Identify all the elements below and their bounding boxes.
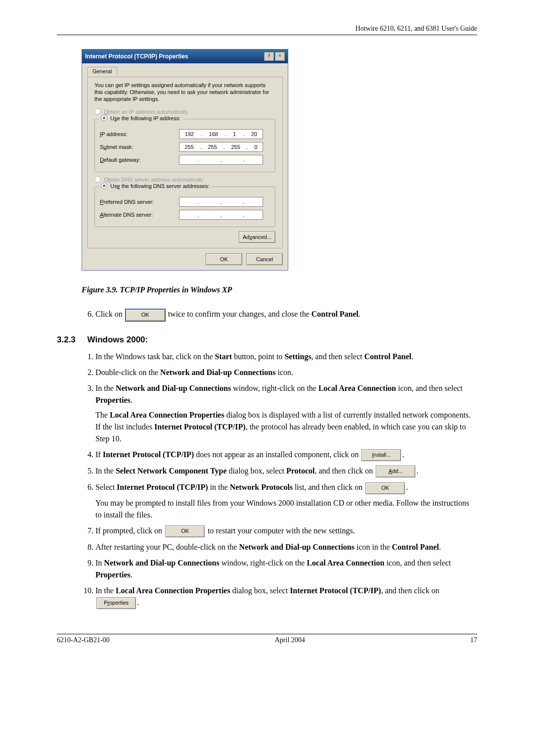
win2000-steps: In the Windows task bar, click on the St… [57,351,477,610]
close-icon[interactable]: × [275,52,285,61]
default-gateway-label: Default gateway: [100,157,179,163]
dialog-body: General You can get IP settings assigned… [82,63,288,270]
footer-right: 17 [470,636,477,644]
help-icon[interactable]: ? [264,52,274,61]
radio-obtain-dns: Obtain DNS server address automatically [94,176,275,183]
page-footer: 6210-A2-GB21-00 April 2004 17 [57,634,477,644]
advanced-button[interactable]: Advanced... [239,231,275,243]
step-7: If prompted, click on OK to restart your… [95,525,477,537]
radio-obtain-ip-label: Obtain an IP address automatically [104,109,188,115]
step-6-top: Click on OK twice to confirm your change… [95,308,477,321]
ip-address-input[interactable]: 192. 168. 1. 20 [179,129,263,139]
pref-dns-input[interactable]: . . . [179,197,263,207]
tcpip-properties-dialog: Internet Protocol (TCP/IP) Properties ? … [82,49,288,271]
add-button-inline[interactable]: Add... [376,466,415,477]
pref-dns-label: Preferred DNS server: [100,199,179,205]
alt-dns-label: Alternate DNS server: [100,212,179,218]
dialog-explanation: You can get IP settings assigned automat… [94,82,275,102]
footer-left: 6210-A2-GB21-00 [57,636,110,644]
dns-groupbox: Use the following DNS server addresses: … [94,187,275,227]
radio-use-ip-label: Use the following IP address: [110,115,180,121]
radio-icon [101,115,107,121]
radio-use-dns[interactable]: Use the following DNS server addresses: [99,183,212,189]
properties-button-inline[interactable]: Properties [96,597,136,609]
control-panel-text: Control Panel [312,310,358,318]
step-4: If Internet Protocol (TCP/IP) does not a… [95,449,477,461]
step-6: Select Internet Protocol (TCP/IP) in the… [95,481,477,520]
step-2: Double-click on the Network and Dial-up … [95,367,477,378]
ok-button-inline-2[interactable]: OK [365,482,405,494]
tab-general[interactable]: General [87,67,117,75]
radio-obtain-ip[interactable]: Obtain an IP address automatically [94,108,275,115]
tcpip-dialog-figure: Internet Protocol (TCP/IP) Properties ? … [82,49,477,271]
figure-caption: Figure 3.9. TCP/IP Properties in Windows… [82,285,477,294]
step-3: In the Network and Dial-up Connections w… [95,382,477,445]
dialog-titlebar: Internet Protocol (TCP/IP) Properties ? … [82,49,288,63]
ok-button[interactable]: OK [206,253,242,265]
radio-use-dns-label: Use the following DNS server addresses: [110,183,210,189]
dialog-title: Internet Protocol (TCP/IP) Properties [85,53,188,60]
radio-icon [94,176,101,183]
step-5: In the Select Network Component Type dia… [95,465,477,477]
radio-obtain-dns-label: Obtain DNS server address automatically [104,177,204,183]
ok-button-inline[interactable]: OK [126,309,165,321]
section-title: Windows 2000: [88,335,148,344]
step-10: In the Local Area Connection Properties … [95,585,477,609]
step-9: In Network and Dial-up Connections windo… [95,557,477,581]
step-8: After restarting your PC, double-click o… [95,541,477,553]
footer-center: April 2004 [275,636,305,644]
step-1: In the Windows task bar, click on the St… [95,351,477,363]
ip-address-label: IP address: [100,131,179,137]
radio-icon [101,183,107,189]
alt-dns-input[interactable]: . . . [179,210,263,220]
section-heading: 3.2.3 Windows 2000: [57,335,477,345]
ok-button-inline-3[interactable]: OK [165,525,205,537]
subnet-mask-input[interactable]: 255. 255. 255. 0 [179,142,263,152]
section-number: 3.2.3 [57,335,76,344]
radio-use-ip[interactable]: Use the following IP address: [99,115,182,121]
ip-groupbox: Use the following IP address: IP address… [94,119,275,172]
default-gateway-input[interactable]: . . . [179,155,263,165]
page-header-right: Hotwire 6210, 6211, and 6381 User's Guid… [57,25,477,35]
radio-icon [94,108,101,115]
cancel-button[interactable]: Cancel [246,253,283,265]
step-list-top: Click on OK twice to confirm your change… [57,308,477,321]
subnet-mask-label: Subnet mask: [100,144,179,150]
install-button-inline[interactable]: Install... [361,449,401,461]
